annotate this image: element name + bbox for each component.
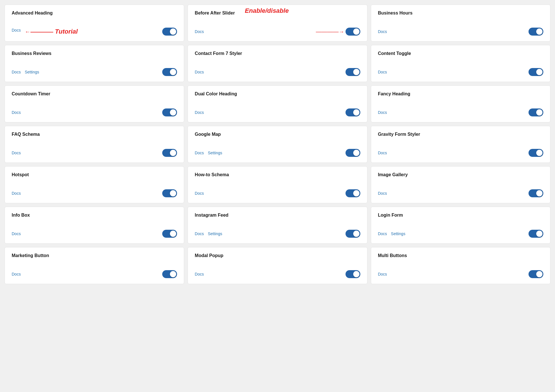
toggle-dual-color-heading[interactable] xyxy=(346,108,360,116)
card-links-dual-color-heading: Docs xyxy=(195,110,204,115)
link-settings-login-form[interactable]: Settings xyxy=(391,231,406,236)
card-title-modal-popup: Modal Popup xyxy=(195,253,360,258)
link-settings-business-reviews[interactable]: Settings xyxy=(25,70,39,74)
card-bottom-multi-buttons: Docs xyxy=(378,270,543,278)
card-bottom-info-box: Docs xyxy=(12,230,177,238)
toggle-login-form[interactable] xyxy=(529,230,543,238)
card-bottom-modal-popup: Docs xyxy=(195,270,360,278)
card-bottom-image-gallery: Docs xyxy=(378,189,543,197)
link-docs-contact-form-7-styler[interactable]: Docs xyxy=(195,70,204,74)
card-google-map: Google MapDocsSettings xyxy=(188,126,367,163)
link-docs-info-box[interactable]: Docs xyxy=(12,231,21,236)
link-docs-modal-popup[interactable]: Docs xyxy=(195,272,204,276)
toggle-business-hours[interactable] xyxy=(529,28,543,36)
toggle-faq-schema[interactable] xyxy=(162,149,177,157)
card-title-multi-buttons: Multi Buttons xyxy=(378,253,543,258)
toggle-content-toggle[interactable] xyxy=(529,68,543,76)
toggle-wrapper-info-box xyxy=(162,230,177,238)
card-title-hotspot: Hotspot xyxy=(12,172,177,177)
link-settings-google-map[interactable]: Settings xyxy=(208,151,222,155)
toggle-wrapper-content-toggle xyxy=(529,68,543,76)
toggle-how-to-schema[interactable] xyxy=(346,189,360,197)
arrow-left-icon: ←———— xyxy=(25,29,53,34)
toggle-wrapper-how-to-schema xyxy=(346,189,360,197)
link-docs-business-reviews[interactable]: Docs xyxy=(12,70,21,74)
card-title-login-form: Login Form xyxy=(378,213,543,218)
link-settings-instagram-feed[interactable]: Settings xyxy=(208,231,222,236)
toggle-info-box[interactable] xyxy=(162,230,177,238)
link-docs-before-after-slider[interactable]: Docs xyxy=(195,29,204,34)
toggle-marketing-button[interactable] xyxy=(162,270,177,278)
link-docs-content-toggle[interactable]: Docs xyxy=(378,70,387,74)
link-docs-image-gallery[interactable]: Docs xyxy=(378,191,387,196)
toggle-countdown-timer[interactable] xyxy=(162,108,177,116)
card-title-info-box: Info Box xyxy=(12,213,177,218)
card-modal-popup: Modal PopupDocs xyxy=(188,247,367,284)
card-gravity-form-styler: Gravity Form StylerDocs xyxy=(371,126,550,163)
card-title-faq-schema: FAQ Schema xyxy=(12,132,177,137)
card-before-after-slider: Before After SliderEnable/disableDocs———… xyxy=(188,5,367,42)
toggle-wrapper-gravity-form-styler xyxy=(529,149,543,157)
toggle-wrapper-contact-form-7-styler xyxy=(346,68,360,76)
toggle-wrapper-advanced-heading xyxy=(162,28,177,36)
toggle-advanced-heading[interactable] xyxy=(162,28,177,36)
link-docs-dual-color-heading[interactable]: Docs xyxy=(195,110,204,115)
toggle-wrapper-marketing-button xyxy=(162,270,177,278)
toggle-fancy-heading[interactable] xyxy=(529,108,543,116)
card-title-business-hours: Business Hours xyxy=(378,11,543,16)
link-docs-fancy-heading[interactable]: Docs xyxy=(378,110,387,115)
toggle-wrapper-instagram-feed xyxy=(346,230,360,238)
link-docs-login-form[interactable]: Docs xyxy=(378,231,387,236)
card-links-google-map: DocsSettings xyxy=(195,151,222,155)
toggle-hotspot[interactable] xyxy=(162,189,177,197)
card-multi-buttons: Multi ButtonsDocs xyxy=(371,247,550,284)
link-docs-faq-schema[interactable]: Docs xyxy=(12,151,21,155)
card-bottom-dual-color-heading: Docs xyxy=(195,108,360,116)
link-docs-marketing-button[interactable]: Docs xyxy=(12,272,21,276)
card-links-content-toggle: Docs xyxy=(378,70,387,74)
card-bottom-contact-form-7-styler: Docs xyxy=(195,68,360,76)
toggle-wrapper-login-form xyxy=(529,230,543,238)
card-bottom-faq-schema: Docs xyxy=(12,149,177,157)
link-docs-how-to-schema[interactable]: Docs xyxy=(195,191,204,196)
card-title-instagram-feed: Instagram Feed xyxy=(195,213,360,218)
card-title-content-toggle: Content Toggle xyxy=(378,51,543,56)
card-bottom-advanced-heading: Docs←————Tutorial xyxy=(12,28,177,36)
link-docs-multi-buttons[interactable]: Docs xyxy=(378,272,387,276)
toggle-before-after-slider[interactable] xyxy=(346,28,360,36)
toggle-contact-form-7-styler[interactable] xyxy=(346,68,360,76)
card-dual-color-heading: Dual Color HeadingDocs xyxy=(188,85,367,122)
toggle-wrapper-google-map xyxy=(346,149,360,157)
card-links-business-hours: Docs xyxy=(378,29,387,34)
link-docs-instagram-feed[interactable]: Docs xyxy=(195,231,204,236)
card-bottom-business-reviews: DocsSettings xyxy=(12,68,177,76)
link-docs-business-hours[interactable]: Docs xyxy=(378,29,387,34)
card-links-gravity-form-styler: Docs xyxy=(378,151,387,155)
link-docs-google-map[interactable]: Docs xyxy=(195,151,204,155)
card-bottom-fancy-heading: Docs xyxy=(378,108,543,116)
toggle-instagram-feed[interactable] xyxy=(346,230,360,238)
toggle-multi-buttons[interactable] xyxy=(529,270,543,278)
link-docs-gravity-form-styler[interactable]: Docs xyxy=(378,151,387,155)
toggle-gravity-form-styler[interactable] xyxy=(529,149,543,157)
card-title-contact-form-7-styler: Contact Form 7 Styler xyxy=(195,51,360,56)
card-title-google-map: Google Map xyxy=(195,132,360,137)
toggle-wrapper-modal-popup xyxy=(346,270,360,278)
toggle-modal-popup[interactable] xyxy=(346,270,360,278)
card-bottom-content-toggle: Docs xyxy=(378,68,543,76)
card-countdown-timer: Countdown TimerDocs xyxy=(5,85,184,122)
toggle-business-reviews[interactable] xyxy=(162,68,177,76)
link-docs-countdown-timer[interactable]: Docs xyxy=(12,110,21,115)
toggle-google-map[interactable] xyxy=(346,149,360,157)
card-how-to-schema: How-to SchemaDocs xyxy=(188,166,367,203)
card-bottom-hotspot: Docs xyxy=(12,189,177,197)
link-docs-hotspot[interactable]: Docs xyxy=(12,191,21,196)
card-image-gallery: Image GalleryDocs xyxy=(371,166,550,203)
card-title-gravity-form-styler: Gravity Form Styler xyxy=(378,132,543,137)
card-marketing-button: Marketing ButtonDocs xyxy=(5,247,184,284)
card-links-image-gallery: Docs xyxy=(378,191,387,196)
card-bottom-google-map: DocsSettings xyxy=(195,149,360,157)
toggle-image-gallery[interactable] xyxy=(529,189,543,197)
card-links-info-box: Docs xyxy=(12,231,21,236)
link-docs-advanced-heading[interactable]: Docs xyxy=(12,28,21,35)
